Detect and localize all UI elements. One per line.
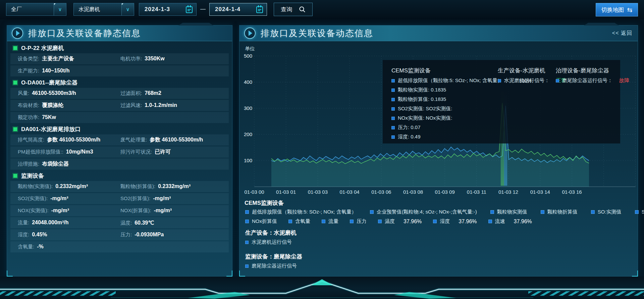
table-row: 生产能力:140~150t/h	[10, 65, 229, 76]
cell-label: 布袋材质:	[18, 102, 39, 109]
legend-bullet	[391, 135, 395, 139]
play-icon	[12, 27, 23, 39]
legend-bullet	[288, 220, 292, 223]
cell-value: 1.0-1.2m/min	[145, 102, 177, 108]
back-button[interactable]: << 返回	[612, 30, 632, 37]
table-row: 设备类型:主要生产设备电机功率:3350Kw	[10, 53, 229, 64]
legend-item[interactable]: 企业预警值(颗粒物:4; sOz-; NOx-;含氧气量:-)	[370, 209, 477, 215]
panel-tab-decoration	[584, 23, 619, 25]
cell-value: 覆膜涤纶	[42, 102, 63, 109]
legend-item[interactable]: SO:实测值	[591, 209, 622, 215]
production-signal-item[interactable]: 水泥磨机运行信号	[245, 239, 292, 245]
legend-item[interactable]: NOx折算值	[245, 218, 277, 225]
legend-item[interactable]: 流速37.96%	[488, 218, 532, 225]
legend-item[interactable]: 压力	[350, 218, 367, 225]
dynamic-panel-title: 排放口及关联设备动态信息	[261, 27, 373, 39]
data-cell: 布袋材质:覆膜涤纶	[10, 102, 113, 109]
legend-bullet	[378, 220, 382, 223]
panel-tab-decoration	[178, 23, 213, 25]
tooltip-item: NOx实测值: NOx实测值:	[391, 115, 532, 121]
duster-signal-status: 故障	[619, 77, 629, 84]
legend-bullet	[635, 210, 639, 214]
cell-value: -mg/m³	[50, 195, 68, 201]
data-cell: 过滤风速:1.0-1.2m/min	[113, 102, 177, 109]
green-square-bullet	[13, 46, 17, 50]
plant-select[interactable]: 全厂 ∨	[6, 3, 66, 16]
monitoring-signal-item[interactable]: 磨尾除尘器运行信号	[245, 263, 297, 269]
query-button[interactable]: 查询	[274, 3, 313, 16]
legend-bullet	[245, 220, 249, 223]
green-square-bullet	[13, 127, 17, 131]
legend-bullet	[391, 117, 395, 120]
cell-value: 0.2332mg/m³	[55, 183, 88, 189]
cell-label: 颗粒物(实测值):	[18, 183, 53, 190]
cell-value: 参数 46100-55300m/h	[150, 136, 203, 143]
svg-text:01-03 06: 01-03 06	[371, 189, 391, 195]
legend-bullet	[391, 79, 395, 82]
legend-bullet	[391, 98, 395, 101]
cell-label: 排污许可状况:	[120, 149, 152, 155]
legend-item[interactable]: 湿度37.96%	[433, 218, 477, 225]
legend-item[interactable]: 流量	[322, 218, 338, 225]
green-square-bullet	[13, 174, 17, 178]
svg-text:01-03 01: 01-03 01	[276, 189, 296, 195]
legend-item-label: SO:折算值	[642, 209, 644, 215]
calendar-icon[interactable]	[185, 5, 193, 14]
end-date-input[interactable]: 2024-1-4	[209, 3, 267, 16]
cell-label: PM超低排排放限值::	[18, 149, 63, 155]
end-date-value: 2024-1-4	[210, 6, 256, 13]
chevron-down-icon[interactable]: ∨	[54, 3, 66, 15]
cell-label: 过滤风速:	[120, 102, 142, 109]
svg-text:01-03 09: 01-03 09	[435, 189, 455, 195]
dashboard: 全厂 ∨ 水泥磨机 ∨ 2024-1-3 — 2024-1-4 查询	[0, 0, 644, 299]
table-row: 治理措施:布袋除尘器	[10, 159, 229, 170]
cell-value: 0.2332mg/m³	[158, 183, 191, 189]
cell-label: 颗粒物(折算值):	[120, 183, 155, 190]
tooltip-item-label: 压力: 0.07	[398, 124, 421, 131]
search-icon	[299, 6, 306, 13]
cell-label: SO2(实测值):	[18, 195, 48, 202]
dynamic-panel-body: 单位10020030040050001-03 0001-03 0101-03 0…	[239, 41, 638, 276]
switch-map-button[interactable]: 切换地图 ⇆	[596, 3, 638, 16]
start-date-input[interactable]: 2024-1-3	[139, 3, 197, 16]
legend-item-label: 流速	[495, 218, 505, 225]
legend-item-label: 企业预警值(颗粒物:4; sOz-; NOx-;含氧气量:-)	[377, 209, 477, 215]
data-cell: 排气筒高度:参数 46100-55300m/h	[10, 136, 113, 143]
legend-item[interactable]: SO:折算值	[635, 209, 644, 215]
cell-label: 湿度:	[18, 232, 29, 238]
legend-item-label: 超低排放限值（颗拉物:5: SOz-; NOx; 含氧量）	[252, 209, 357, 215]
tooltip-item: 颗粒物折算值: 0.1835	[391, 96, 532, 103]
cell-value: 768m2	[145, 90, 161, 96]
cell-label: 含氧量:	[18, 244, 34, 250]
svg-text:01-03 12: 01-03 12	[498, 189, 518, 195]
chevron-down-icon[interactable]: ∨	[121, 3, 134, 15]
chart-tooltip: CEMS监测设备 超低排放限值（颗拉物:5: SOz-; NOx; 含氧量）：1…	[383, 60, 620, 143]
legend-item-label: 流量	[328, 218, 338, 225]
table-row: 排气筒高度:参数 46100-55300m/h废气处理量:参数 46100-55…	[10, 134, 229, 145]
svg-text:500: 500	[244, 53, 252, 59]
static-info-panel: 排放口及关联设备静态信息 O-P-22 水泥磨机设备类型:主要生产设备电机功率:…	[7, 25, 232, 277]
data-cell: NOX(折算值):-mg/m³	[113, 207, 172, 214]
legend-item[interactable]: 颗粒物实测值	[490, 209, 527, 215]
legend-item[interactable]: 超低排放限值（颗拉物:5: SOz-; NOx; 含氧量）	[245, 209, 357, 215]
device-select[interactable]: 水泥磨机 ∨	[73, 3, 134, 16]
legend-item[interactable]: 温度37.96%	[378, 218, 422, 225]
calendar-icon[interactable]	[256, 5, 264, 14]
legend-bullet	[541, 210, 544, 214]
table-row: 含氧量:-%	[10, 241, 229, 252]
cell-label: 排气筒高度:	[18, 137, 44, 143]
cems-legend-heading: CEMS监测设备	[245, 199, 284, 207]
section-header: O-DA001--磨尾除尘器	[13, 77, 229, 88]
legend-item[interactable]: 颗粒物折算值	[541, 209, 578, 215]
legend-item[interactable]: 含氧量	[288, 218, 310, 225]
data-cell: 额定功率:75Kw	[10, 114, 113, 121]
legend-bullet	[556, 79, 559, 82]
legend-item-label: 湿度	[440, 218, 450, 225]
cell-value: 主要生产设备	[42, 55, 74, 62]
cell-value: 24048.000m³/h	[32, 220, 68, 226]
legend-item-label: 含氧量	[295, 218, 310, 225]
legend-item-label: 颗粒物折算值	[547, 209, 578, 215]
tooltip-item-label: 颗粒物实测值: 0.1835	[398, 87, 446, 93]
plant-select-value: 全厂	[6, 6, 54, 13]
legend-item-label: 颗粒物实测值	[497, 209, 527, 215]
